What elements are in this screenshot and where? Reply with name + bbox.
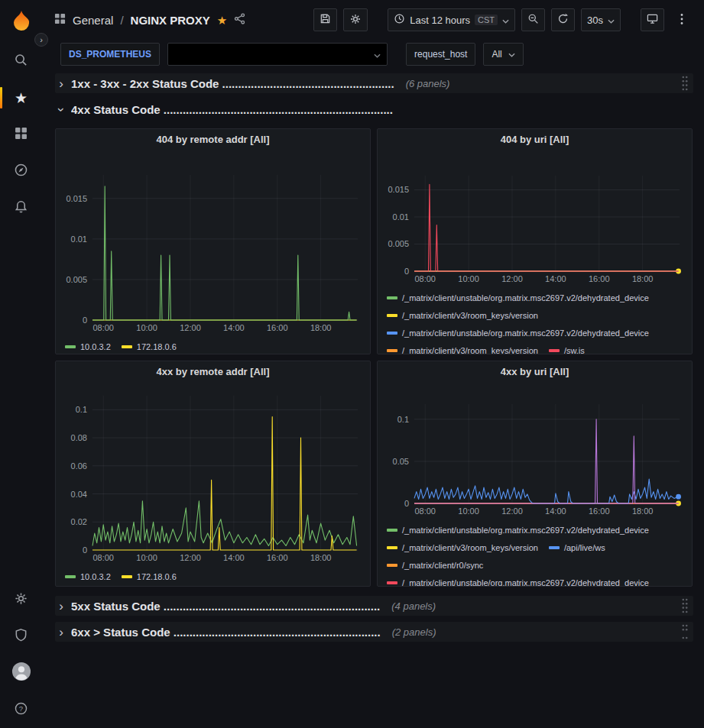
sidebar-item-alerting[interactable] xyxy=(0,189,42,226)
favorite-star-icon[interactable]: ★ xyxy=(217,15,227,26)
row-header-5xx[interactable]: › 5xx Status Code ......................… xyxy=(55,596,693,616)
chevron-down-icon xyxy=(374,47,381,61)
svg-text:0.01: 0.01 xyxy=(393,212,409,222)
row-panel-count: (4 panels) xyxy=(391,600,436,612)
legend-item[interactable]: /_matrix/client/unstable/org.matrix.msc2… xyxy=(387,326,649,339)
breadcrumb-dashboard-title[interactable]: NGINX PROXY xyxy=(131,14,210,27)
svg-text:0: 0 xyxy=(83,545,87,555)
legend-item[interactable]: /_matrix/client/v3/room_keys/version xyxy=(387,541,538,554)
sidebar-item-explore[interactable] xyxy=(0,153,42,189)
sidebar-item-configuration[interactable] xyxy=(0,581,42,618)
dashboard-settings-button[interactable] xyxy=(343,8,368,31)
sidebar-expand-button[interactable]: › xyxy=(34,33,48,47)
svg-text:08:00: 08:00 xyxy=(414,506,436,516)
chevron-down-icon xyxy=(608,15,615,26)
dashboard-apps-icon[interactable] xyxy=(54,13,66,27)
legend-label: /_matrix/client/r0/sync xyxy=(402,561,483,570)
legend-swatch xyxy=(387,564,397,567)
legend-item[interactable]: /sw.js xyxy=(549,344,585,354)
variable-datasource-value-select[interactable] xyxy=(167,43,388,66)
legend-label: /_matrix/client/v3/room_keys/version xyxy=(402,311,538,320)
legend-item[interactable]: /_matrix/client/v3/room_keys/version xyxy=(387,344,538,354)
share-icon[interactable] xyxy=(234,13,245,27)
timeseries-plot[interactable]: 08:0010:0012:0014:0016:0018:0000.050.1 xyxy=(384,400,686,517)
legend-item[interactable]: 10.0.3.2 xyxy=(65,340,111,353)
compass-icon xyxy=(14,163,28,180)
legend-swatch xyxy=(387,349,397,352)
timeseries-chart[interactable]: 08:0010:0012:0014:0016:0018:0000.050.1 xyxy=(384,400,686,517)
panel-title[interactable]: 4xx by remote addr [All] xyxy=(62,366,364,384)
legend-label: /_matrix/client/v3/room_keys/version xyxy=(402,346,538,355)
legend-item[interactable]: /api/live/ws xyxy=(549,541,605,554)
variable-request-host-select[interactable]: All xyxy=(483,43,523,66)
legend-swatch xyxy=(549,349,560,352)
tv-mode-button[interactable] xyxy=(641,8,664,31)
svg-text:12:00: 12:00 xyxy=(501,274,523,283)
legend-item[interactable]: /_matrix/client/unstable/org.matrix.msc2… xyxy=(387,523,649,536)
row-header-6xx[interactable]: › 6xx > Status Code ....................… xyxy=(55,622,693,642)
svg-text:0: 0 xyxy=(83,315,87,325)
legend-label: 10.0.3.2 xyxy=(80,572,111,581)
legend-swatch xyxy=(549,546,560,549)
legend-swatch xyxy=(387,529,397,532)
drag-handle-icon[interactable] xyxy=(681,75,689,92)
kebab-menu-button[interactable] xyxy=(670,8,693,31)
sidebar-item-help[interactable]: ? xyxy=(0,691,42,728)
legend-swatch xyxy=(387,296,397,299)
variable-datasource-label[interactable]: DS_PROMETHEUS xyxy=(60,43,160,66)
timezone-badge: CST xyxy=(475,15,498,25)
timeseries-plot[interactable]: 08:0010:0012:0014:0016:0018:0000.020.040… xyxy=(62,392,364,564)
svg-text:0.1: 0.1 xyxy=(397,415,409,424)
svg-text:10:00: 10:00 xyxy=(136,553,157,562)
panel-title[interactable]: 404 by uri [All] xyxy=(384,134,686,152)
sidebar-item-search[interactable] xyxy=(0,43,42,79)
legend-item[interactable]: /_matrix/client/v3/room_keys/version xyxy=(387,309,538,322)
refresh-interval-label: 30s xyxy=(587,15,603,26)
sidebar-item-server-admin[interactable] xyxy=(0,618,42,655)
legend-item[interactable]: /_matrix/client/r0/sync xyxy=(387,558,483,571)
dashboard-scroll-area[interactable]: › 1xx - 3xx - 2xx Status Code ..........… xyxy=(42,69,704,728)
panel-title[interactable]: 4xx by uri [All] xyxy=(384,366,686,384)
shield-icon xyxy=(14,628,28,645)
sidebar-item-dashboards[interactable] xyxy=(0,116,42,153)
zoom-out-time-button[interactable] xyxy=(521,8,545,31)
chevron-right-icon: › xyxy=(57,626,66,639)
variable-request-host-value: All xyxy=(492,49,501,60)
time-range-picker[interactable]: Last 12 hours CST xyxy=(388,8,515,31)
sidebar-item-starred[interactable]: ★ xyxy=(0,79,42,116)
row-header-4xx[interactable]: › 4xx Status Code ......................… xyxy=(55,99,693,119)
breadcrumb-folder[interactable]: General xyxy=(73,14,113,27)
timeseries-chart[interactable]: 08:0010:0012:0014:0016:0018:0000.0050.01… xyxy=(384,172,686,285)
drag-handle-icon[interactable] xyxy=(681,597,689,614)
clock-icon xyxy=(394,13,405,27)
svg-text:16:00: 16:00 xyxy=(589,274,610,283)
refresh-button[interactable] xyxy=(551,8,575,31)
drag-handle-icon[interactable] xyxy=(681,623,689,640)
legend-item[interactable]: /_matrix/client/unstable/org.matrix.msc2… xyxy=(387,291,649,304)
timeseries-chart[interactable]: 08:0010:0012:0014:0016:0018:0000.0050.01… xyxy=(62,171,364,334)
legend-swatch xyxy=(122,345,132,348)
panel-title[interactable]: 404 by remote addr [All] xyxy=(62,134,364,152)
avatar xyxy=(11,662,31,684)
legend-item[interactable]: /_matrix/client/unstable/org.matrix.msc2… xyxy=(387,576,649,587)
sidebar-item-profile[interactable] xyxy=(0,655,42,691)
legend-item[interactable]: 172.18.0.6 xyxy=(122,570,177,583)
svg-text:16:00: 16:00 xyxy=(267,323,288,332)
legend-swatch xyxy=(65,345,76,348)
timeseries-plot[interactable]: 08:0010:0012:0014:0016:0018:0000.0050.01… xyxy=(62,171,364,334)
navbar-actions: Last 12 hours CST 30s xyxy=(313,8,693,31)
timeseries-plot[interactable]: 08:0010:0012:0014:0016:0018:0000.0050.01… xyxy=(384,172,686,285)
legend-item[interactable]: 172.18.0.6 xyxy=(122,340,177,353)
legend-item[interactable]: 10.0.3.2 xyxy=(65,570,111,583)
timeseries-chart[interactable]: 08:0010:0012:0014:0016:0018:0000.020.040… xyxy=(62,392,364,564)
svg-text:10:00: 10:00 xyxy=(458,506,479,516)
legend-swatch xyxy=(387,546,397,549)
refresh-interval-dropdown[interactable]: 30s xyxy=(581,8,621,31)
svg-text:0: 0 xyxy=(404,499,409,508)
sidebar-bottom-group: ? xyxy=(0,581,42,728)
row-header-1xx-3xx-2xx[interactable]: › 1xx - 3xx - 2xx Status Code ..........… xyxy=(55,73,693,93)
panel-4xx-by-uri: 4xx by uri [All] 08:0010:0012:0014:0016:… xyxy=(377,361,693,587)
svg-text:16:00: 16:00 xyxy=(267,553,288,562)
chevron-down-icon xyxy=(502,15,509,26)
save-dashboard-button[interactable] xyxy=(313,8,337,31)
